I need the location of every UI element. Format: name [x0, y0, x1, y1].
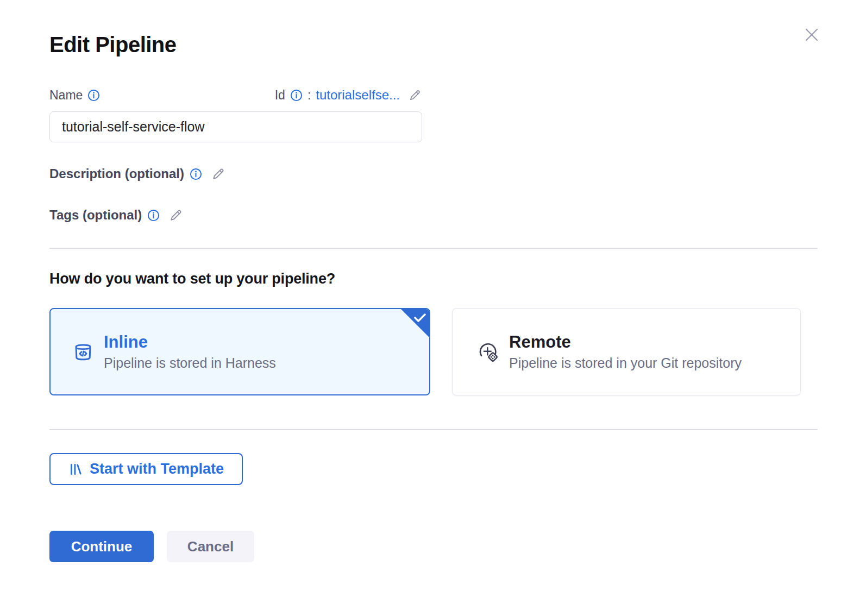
- description-info-icon[interactable]: [190, 168, 202, 180]
- id-label: Id: [275, 88, 285, 103]
- footer-actions: Continue Cancel: [49, 531, 818, 562]
- option-description-inline: Pipeline is stored in Harness: [104, 355, 276, 371]
- setup-question: How do you want to set up your pipeline?: [49, 271, 818, 287]
- edit-pipeline-modal: Edit Pipeline Name Id: [0, 0, 866, 616]
- option-title-inline: Inline: [104, 332, 276, 352]
- remote-pipeline-icon: [476, 341, 499, 363]
- page-title: Edit Pipeline: [49, 33, 818, 57]
- option-title-remote: Remote: [509, 332, 742, 352]
- tags-row: Tags (optional): [49, 208, 818, 223]
- close-icon[interactable]: [803, 26, 820, 43]
- start-with-template-button[interactable]: Start with Template: [49, 453, 243, 485]
- description-row: Description (optional): [49, 166, 818, 181]
- continue-button[interactable]: Continue: [49, 531, 154, 562]
- name-label: Name: [49, 88, 83, 103]
- description-label: Description (optional): [49, 166, 184, 181]
- option-description-remote: Pipeline is stored in your Git repositor…: [509, 355, 742, 371]
- pipeline-name-input[interactable]: [49, 111, 422, 142]
- tags-info-icon[interactable]: [147, 209, 160, 222]
- name-info-icon[interactable]: [87, 89, 100, 102]
- name-id-row: Name Id :: [49, 87, 422, 103]
- id-info-icon[interactable]: [290, 89, 303, 102]
- inline-pipeline-icon: [72, 341, 94, 363]
- cancel-button[interactable]: Cancel: [167, 531, 254, 562]
- option-card-inline[interactable]: Inline Pipeline is stored in Harness: [49, 308, 430, 395]
- template-library-icon: [68, 462, 83, 476]
- selected-check-icon: [400, 308, 430, 338]
- description-edit-pencil-icon[interactable]: [211, 166, 226, 181]
- id-edit-pencil-icon[interactable]: [408, 88, 422, 102]
- start-with-template-label: Start with Template: [90, 461, 224, 477]
- tags-edit-pencil-icon[interactable]: [168, 208, 184, 223]
- option-card-remote[interactable]: Remote Pipeline is stored in your Git re…: [452, 308, 801, 395]
- id-value-link[interactable]: tutorialselfse...: [316, 87, 400, 103]
- divider: [49, 429, 818, 430]
- tags-label: Tags (optional): [49, 208, 142, 223]
- storage-option-cards: Inline Pipeline is stored in Harness: [49, 308, 818, 395]
- divider: [49, 248, 818, 249]
- id-separator: :: [308, 88, 311, 103]
